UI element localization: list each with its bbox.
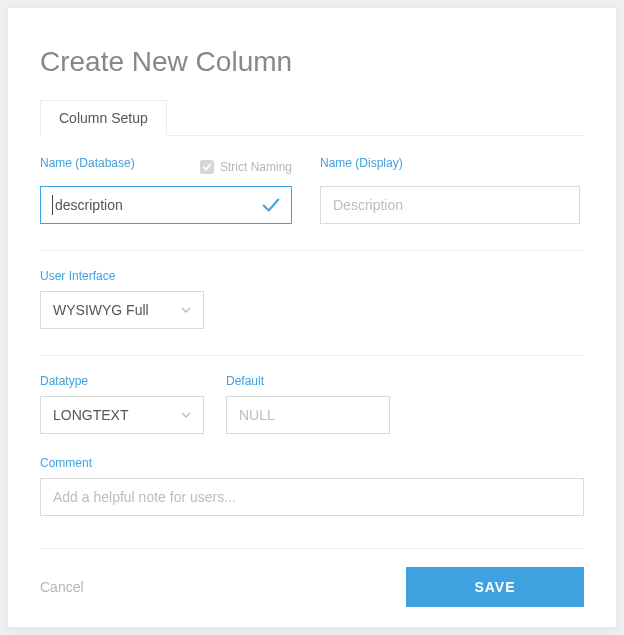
default-label: Default <box>226 374 390 388</box>
page-title: Create New Column <box>40 46 584 78</box>
datatype-row: Datatype LONGTEXT Default <box>40 374 584 434</box>
divider <box>40 355 584 356</box>
name-row: Name (Database) Strict Naming Name (Disp… <box>40 156 584 224</box>
tabs: Column Setup <box>40 100 584 136</box>
default-input[interactable] <box>226 396 390 434</box>
checkbox-icon <box>200 160 214 174</box>
datatype-label: Datatype <box>40 374 204 388</box>
name-display-input[interactable] <box>320 186 580 224</box>
name-database-label: Name (Database) <box>40 156 135 170</box>
divider <box>40 548 584 549</box>
name-display-label: Name (Display) <box>320 156 403 170</box>
save-button[interactable]: SAVE <box>406 567 584 607</box>
name-database-input[interactable] <box>40 186 292 224</box>
ui-group: User Interface WYSIWYG Full <box>40 269 584 329</box>
footer: Cancel SAVE <box>40 567 584 607</box>
datatype-select[interactable]: LONGTEXT <box>40 396 204 434</box>
datatype-group: Datatype LONGTEXT <box>40 374 204 434</box>
ui-select[interactable]: WYSIWYG Full <box>40 291 204 329</box>
default-group: Default <box>226 374 390 434</box>
chevron-down-icon <box>181 410 191 420</box>
datatype-select-value: LONGTEXT <box>53 407 128 423</box>
cancel-button[interactable]: Cancel <box>40 579 84 595</box>
name-display-group: Name (Display) <box>320 156 580 224</box>
tab-column-setup[interactable]: Column Setup <box>40 100 167 136</box>
chevron-down-icon <box>181 305 191 315</box>
comment-label: Comment <box>40 456 584 470</box>
strict-naming-label: Strict Naming <box>220 160 292 174</box>
name-database-group: Name (Database) Strict Naming <box>40 156 292 224</box>
comment-input[interactable] <box>40 478 584 516</box>
ui-label: User Interface <box>40 269 584 283</box>
create-column-modal: Create New Column Column Setup Name (Dat… <box>8 8 616 627</box>
comment-group: Comment <box>40 456 584 516</box>
strict-naming-checkbox[interactable]: Strict Naming <box>200 160 292 174</box>
divider <box>40 250 584 251</box>
ui-select-value: WYSIWYG Full <box>53 302 149 318</box>
text-cursor <box>52 195 53 215</box>
